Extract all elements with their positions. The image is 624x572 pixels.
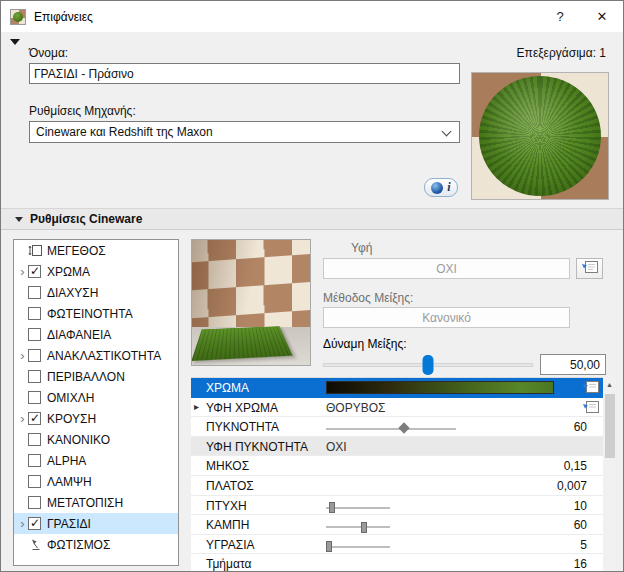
channel-item-megethos[interactable]: ΜΕΓΕΘΟΣ <box>14 240 178 261</box>
param-value: ΟΧΙ <box>326 440 347 454</box>
param-value[interactable]: 0,15 <box>564 459 587 473</box>
checkbox[interactable] <box>28 286 41 299</box>
surface-material-icon <box>10 9 26 25</box>
mix-method-button[interactable]: Κανονικό <box>323 307 570 328</box>
param-value[interactable]: 16 <box>574 557 587 571</box>
collapse-arrow-icon[interactable] <box>10 39 20 45</box>
scrollbar-thumb[interactable] <box>605 394 615 458</box>
bend-slider-handle[interactable] <box>361 522 367 533</box>
channel-item-metatopisi[interactable]: ΜΕΤΑΤΟΠΙΣΗ <box>14 492 178 513</box>
channel-label: ΠΕΡΙΒΑΛΛΟΝ <box>47 370 125 384</box>
param-value[interactable]: 60 <box>574 420 587 434</box>
checkbox[interactable] <box>28 454 41 467</box>
cinema4d-icon <box>431 182 443 194</box>
param-label: ΜΗΚΟΣ <box>206 459 249 473</box>
humidity-slider[interactable] <box>326 546 390 548</box>
name-input[interactable] <box>29 63 460 84</box>
mix-strength-slider[interactable] <box>323 354 533 376</box>
chevron-right-icon[interactable] <box>17 412 28 425</box>
checkbox[interactable] <box>28 307 41 320</box>
mix-strength-label: Δύναμη Μείξης: <box>323 337 407 351</box>
lamp-icon <box>28 538 43 552</box>
humidity-slider-handle[interactable] <box>326 541 332 552</box>
checkbox[interactable] <box>28 370 41 383</box>
fold-slider-handle[interactable] <box>329 502 335 513</box>
checkbox[interactable] <box>28 265 41 278</box>
help-button[interactable]: ? <box>539 1 581 32</box>
param-row-texture-color[interactable]: ΥΦΗ ΧΡΩΜΑ ΘΟΡΥΒΟΣ <box>191 398 603 418</box>
texture-button-icon <box>581 260 599 278</box>
checkbox[interactable] <box>28 475 41 488</box>
checkbox[interactable] <box>28 433 41 446</box>
color-gradient-bar <box>326 381 554 394</box>
channel-label: ALPHA <box>47 454 86 468</box>
checkbox[interactable] <box>28 349 41 362</box>
cineware-section-header[interactable]: Ρυθμίσεις Cineware <box>1 208 624 230</box>
param-row-segments[interactable]: Τμήματα 16 <box>191 554 603 572</box>
mix-method-label: Μέθοδος Μείξης: <box>323 291 413 305</box>
channel-item-diafaneia[interactable]: ΔΙΑΦΑΝΕΙΑ <box>14 324 178 345</box>
checkbox[interactable] <box>28 391 41 404</box>
param-row-length[interactable]: ΜΗΚΟΣ 0,15 <box>191 456 603 476</box>
param-value[interactable]: 10 <box>574 499 587 513</box>
param-row-density[interactable]: ΠΥΚΝΟΤΗΤΑ 60 <box>191 417 603 437</box>
channel-item-xroma[interactable]: ΧΡΩΜΑ <box>14 261 178 282</box>
fold-slider[interactable] <box>326 507 390 509</box>
checkbox[interactable] <box>28 412 41 425</box>
cineware-info-button[interactable]: i <box>424 178 458 197</box>
surfaces-dialog: Επιφάνειες ? ✕ Όνομα: Επεξεργάσιμα: 1 Ρυ… <box>0 0 624 572</box>
param-row-humidity[interactable]: ΥΓΡΑΣΙΑ 5 <box>191 535 603 555</box>
channel-item-lampsi[interactable]: ΛΑΜΨΗ <box>14 471 178 492</box>
density-slider-handle[interactable] <box>398 423 409 434</box>
expand-icon[interactable] <box>194 401 204 412</box>
title-bar[interactable]: Επιφάνειες ? ✕ <box>1 1 623 32</box>
grass-parameter-table: ΧΡΩΜΑ ΥΦΗ ΧΡΩΜΑ ΘΟΡΥΒΟΣ ΠΥΚΝΟΤΗΤΑ 60 ΥΦΗ <box>191 377 603 572</box>
channel-item-grasidi[interactable]: ΓΡΑΣΙΔΙ <box>14 513 178 534</box>
param-row-fold[interactable]: ΠΤΥΧΗ 10 <box>191 496 603 516</box>
channel-item-alpha[interactable]: ALPHA <box>14 450 178 471</box>
checkbox[interactable] <box>28 496 41 509</box>
param-label: ΚΑΜΠΗ <box>206 518 249 532</box>
channel-item-diaxysi[interactable]: ΔΙΑΧΥΣΗ <box>14 282 178 303</box>
channel-item-krousi[interactable]: ΚΡΟΥΣΗ <box>14 408 178 429</box>
mix-strength-value[interactable]: 50,00 <box>540 354 606 375</box>
param-row-width[interactable]: ΠΛΑΤΟΣ 0,007 <box>191 476 603 496</box>
param-row-color[interactable]: ΧΡΩΜΑ <box>191 378 603 398</box>
channel-item-foteinotita[interactable]: ΦΩΤΕΙΝΟΤΗΤΑ <box>14 303 178 324</box>
param-row-bend[interactable]: ΚΑΜΠΗ 60 <box>191 515 603 535</box>
param-value[interactable]: 60 <box>574 518 587 532</box>
chevron-right-icon[interactable] <box>17 517 28 530</box>
slider-thumb[interactable] <box>423 355 434 375</box>
param-label: ΠΛΑΤΟΣ <box>206 479 254 493</box>
texture-picker-button[interactable] <box>576 258 603 279</box>
scroll-up-icon[interactable]: ▲ <box>603 377 616 392</box>
channel-item-omixli[interactable]: ΟΜΙΧΛΗ <box>14 387 178 408</box>
param-value[interactable]: 5 <box>580 538 587 552</box>
channel-label: ΜΕΓΕΘΟΣ <box>47 244 106 258</box>
param-value[interactable]: 0,007 <box>557 479 587 493</box>
chevron-right-icon[interactable] <box>17 349 28 362</box>
channel-item-perivallon[interactable]: ΠΕΡΙΒΑΛΛΟΝ <box>14 366 178 387</box>
param-value: ΘΟΡΥΒΟΣ <box>326 401 385 415</box>
density-slider[interactable] <box>326 428 456 430</box>
texture-button[interactable]: ΟΧΙ <box>323 258 570 279</box>
param-row-texture-density[interactable]: ΥΦΗ ΠΥΚΝΟΤΗΤΑ ΟΧΙ <box>191 437 603 457</box>
chevron-down-icon <box>442 127 452 137</box>
channel-item-fotismos[interactable]: ΦΩΤΙΣΜΟΣ <box>14 534 178 555</box>
param-label: ΠΥΚΝΟΤΗΤΑ <box>206 420 279 434</box>
channel-item-anaklastikotita[interactable]: ΑΝΑΚΛΑΣΤΙΚΟΤΗΤΑ <box>14 345 178 366</box>
channel-preview <box>191 239 311 366</box>
texture-button-icon[interactable] <box>582 400 600 415</box>
vertical-scrollbar[interactable]: ▲ <box>603 377 616 572</box>
close-button[interactable]: ✕ <box>581 1 623 32</box>
channel-item-kanoniko[interactable]: ΚΑΝΟΝΙΚΟ <box>14 429 178 450</box>
engine-dropdown[interactable]: Cineware και Redshift της Maxon <box>29 121 460 143</box>
checkbox[interactable] <box>28 328 41 341</box>
texture-button-icon[interactable] <box>582 380 600 395</box>
chevron-right-icon[interactable] <box>17 265 28 278</box>
param-label: ΥΦΗ ΠΥΚΝΟΤΗΤΑ <box>206 440 308 454</box>
bend-slider[interactable] <box>326 526 390 528</box>
param-label: ΠΤΥΧΗ <box>206 499 247 513</box>
checkbox[interactable] <box>28 517 41 530</box>
dialog-title: Επιφάνειες <box>34 10 93 24</box>
